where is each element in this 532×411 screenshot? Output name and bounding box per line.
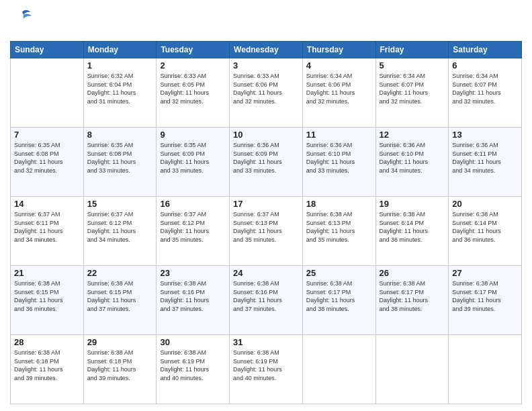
cell-content: Sunrise: 6:36 AMSunset: 6:11 PMDaylight:… — [452, 141, 518, 175]
cell-content: Sunrise: 6:33 AMSunset: 6:05 PMDaylight:… — [160, 72, 226, 105]
cell-content: Sunrise: 6:32 AMSunset: 6:04 PMDaylight:… — [87, 72, 153, 105]
weekday-header-thursday: Thursday — [302, 42, 375, 58]
calendar-cell — [375, 335, 449, 404]
page: SundayMondayTuesdayWednesdayThursdayFrid… — [0, 0, 532, 411]
calendar-cell: 16Sunrise: 6:37 AMSunset: 6:12 PMDayligh… — [157, 197, 230, 266]
cell-content: Sunrise: 6:35 AMSunset: 6:09 PMDaylight:… — [160, 141, 226, 175]
weekday-header-wednesday: Wednesday — [230, 42, 303, 58]
day-number: 27 — [452, 268, 518, 278]
cell-content: Sunrise: 6:34 AMSunset: 6:07 PMDaylight:… — [380, 72, 445, 105]
calendar-cell: 24Sunrise: 6:38 AMSunset: 6:16 PMDayligh… — [230, 266, 303, 335]
cell-content: Sunrise: 6:37 AMSunset: 6:11 PMDaylight:… — [14, 210, 80, 244]
day-number: 12 — [380, 130, 445, 140]
calendar-cell: 31Sunrise: 6:38 AMSunset: 6:19 PMDayligh… — [230, 335, 303, 404]
cell-content: Sunrise: 6:38 AMSunset: 6:18 PMDaylight:… — [87, 349, 153, 382]
calendar-cell: 27Sunrise: 6:38 AMSunset: 6:17 PMDayligh… — [449, 266, 522, 335]
cell-content: Sunrise: 6:38 AMSunset: 6:16 PMDaylight:… — [160, 279, 226, 313]
calendar-cell: 14Sunrise: 6:37 AMSunset: 6:11 PMDayligh… — [11, 197, 84, 266]
cell-content: Sunrise: 6:38 AMSunset: 6:14 PMDaylight:… — [380, 210, 445, 244]
weekday-header-saturday: Saturday — [449, 42, 522, 58]
calendar-cell: 18Sunrise: 6:38 AMSunset: 6:13 PMDayligh… — [302, 197, 375, 266]
calendar-cell: 3Sunrise: 6:33 AMSunset: 6:06 PMDaylight… — [230, 58, 303, 128]
day-number: 18 — [306, 199, 372, 209]
cell-content: Sunrise: 6:38 AMSunset: 6:19 PMDaylight:… — [233, 349, 299, 382]
day-number: 1 — [87, 60, 153, 71]
cell-content: Sunrise: 6:34 AMSunset: 6:07 PMDaylight:… — [452, 72, 518, 105]
calendar-cell: 20Sunrise: 6:38 AMSunset: 6:14 PMDayligh… — [449, 197, 522, 266]
day-number: 7 — [14, 130, 80, 140]
day-number: 23 — [160, 268, 226, 278]
calendar-table: SundayMondayTuesdayWednesdayThursdayFrid… — [10, 41, 522, 404]
day-number: 2 — [160, 60, 226, 71]
day-number: 9 — [160, 130, 226, 140]
cell-content: Sunrise: 6:38 AMSunset: 6:18 PMDaylight:… — [14, 349, 80, 382]
cell-content: Sunrise: 6:34 AMSunset: 6:06 PMDaylight:… — [306, 72, 372, 105]
cell-content: Sunrise: 6:37 AMSunset: 6:12 PMDaylight:… — [160, 210, 226, 244]
day-number: 31 — [233, 337, 299, 347]
calendar-cell: 15Sunrise: 6:37 AMSunset: 6:12 PMDayligh… — [83, 197, 157, 266]
calendar-cell — [449, 335, 522, 404]
weekday-header-sunday: Sunday — [11, 42, 84, 58]
cell-content: Sunrise: 6:38 AMSunset: 6:17 PMDaylight:… — [306, 279, 372, 313]
week-row-4: 21Sunrise: 6:38 AMSunset: 6:15 PMDayligh… — [11, 266, 522, 335]
day-number: 15 — [87, 199, 153, 209]
day-number: 14 — [14, 199, 80, 209]
calendar-cell: 21Sunrise: 6:38 AMSunset: 6:15 PMDayligh… — [11, 266, 84, 335]
calendar-cell: 7Sunrise: 6:35 AMSunset: 6:08 PMDaylight… — [11, 128, 84, 197]
cell-content: Sunrise: 6:38 AMSunset: 6:15 PMDaylight:… — [14, 279, 80, 313]
calendar-cell: 4Sunrise: 6:34 AMSunset: 6:06 PMDaylight… — [302, 58, 375, 128]
cell-content: Sunrise: 6:38 AMSunset: 6:14 PMDaylight:… — [452, 210, 518, 244]
calendar-cell: 2Sunrise: 6:33 AMSunset: 6:05 PMDaylight… — [157, 58, 230, 128]
weekday-header-row: SundayMondayTuesdayWednesdayThursdayFrid… — [11, 42, 522, 58]
weekday-header-friday: Friday — [375, 42, 449, 58]
day-number: 25 — [306, 268, 372, 278]
cell-content: Sunrise: 6:35 AMSunset: 6:08 PMDaylight:… — [14, 141, 80, 175]
calendar-cell — [11, 58, 84, 128]
week-row-3: 14Sunrise: 6:37 AMSunset: 6:11 PMDayligh… — [11, 197, 522, 266]
day-number: 16 — [160, 199, 226, 209]
day-number: 10 — [233, 130, 299, 140]
day-number: 24 — [233, 268, 299, 278]
calendar-cell: 1Sunrise: 6:32 AMSunset: 6:04 PMDaylight… — [83, 58, 157, 128]
cell-content: Sunrise: 6:36 AMSunset: 6:10 PMDaylight:… — [306, 141, 372, 175]
calendar-cell: 9Sunrise: 6:35 AMSunset: 6:09 PMDaylight… — [157, 128, 230, 197]
day-number: 11 — [306, 130, 372, 140]
cell-content: Sunrise: 6:38 AMSunset: 6:15 PMDaylight:… — [87, 279, 153, 313]
cell-content: Sunrise: 6:38 AMSunset: 6:19 PMDaylight:… — [160, 349, 226, 382]
weekday-header-tuesday: Tuesday — [157, 42, 230, 58]
logo-icon — [10, 7, 34, 36]
calendar-cell: 23Sunrise: 6:38 AMSunset: 6:16 PMDayligh… — [157, 266, 230, 335]
calendar-cell: 17Sunrise: 6:37 AMSunset: 6:13 PMDayligh… — [230, 197, 303, 266]
header — [10, 7, 522, 36]
calendar-cell: 13Sunrise: 6:36 AMSunset: 6:11 PMDayligh… — [449, 128, 522, 197]
calendar-cell: 30Sunrise: 6:38 AMSunset: 6:19 PMDayligh… — [157, 335, 230, 404]
day-number: 4 — [306, 60, 372, 71]
day-number: 28 — [14, 337, 80, 347]
calendar-cell: 12Sunrise: 6:36 AMSunset: 6:10 PMDayligh… — [375, 128, 449, 197]
calendar-cell: 26Sunrise: 6:38 AMSunset: 6:17 PMDayligh… — [375, 266, 449, 335]
logo — [10, 7, 38, 36]
cell-content: Sunrise: 6:38 AMSunset: 6:16 PMDaylight:… — [233, 279, 299, 313]
day-number: 21 — [14, 268, 80, 278]
day-number: 19 — [380, 199, 445, 209]
day-number: 26 — [380, 268, 445, 278]
calendar-cell: 5Sunrise: 6:34 AMSunset: 6:07 PMDaylight… — [375, 58, 449, 128]
day-number: 29 — [87, 337, 153, 347]
calendar-cell — [302, 335, 375, 404]
day-number: 5 — [380, 60, 445, 71]
cell-content: Sunrise: 6:36 AMSunset: 6:10 PMDaylight:… — [380, 141, 445, 175]
calendar-cell: 28Sunrise: 6:38 AMSunset: 6:18 PMDayligh… — [11, 335, 84, 404]
weekday-header-monday: Monday — [83, 42, 157, 58]
day-number: 22 — [87, 268, 153, 278]
day-number: 6 — [452, 60, 518, 71]
day-number: 3 — [233, 60, 299, 71]
calendar-cell: 8Sunrise: 6:35 AMSunset: 6:08 PMDaylight… — [83, 128, 157, 197]
calendar-cell: 10Sunrise: 6:36 AMSunset: 6:09 PMDayligh… — [230, 128, 303, 197]
cell-content: Sunrise: 6:38 AMSunset: 6:13 PMDaylight:… — [306, 210, 372, 244]
cell-content: Sunrise: 6:38 AMSunset: 6:17 PMDaylight:… — [380, 279, 445, 313]
day-number: 20 — [452, 199, 518, 209]
cell-content: Sunrise: 6:38 AMSunset: 6:17 PMDaylight:… — [452, 279, 518, 313]
week-row-2: 7Sunrise: 6:35 AMSunset: 6:08 PMDaylight… — [11, 128, 522, 197]
day-number: 30 — [160, 337, 226, 347]
calendar-cell: 11Sunrise: 6:36 AMSunset: 6:10 PMDayligh… — [302, 128, 375, 197]
